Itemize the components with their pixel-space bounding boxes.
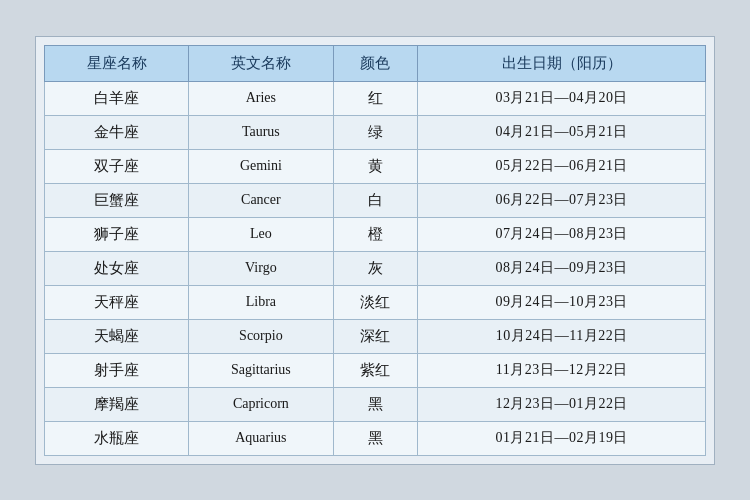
table-row: 摩羯座Capricorn黑12月23日—01月22日 <box>45 387 706 421</box>
table-row: 天秤座Libra淡红09月24日—10月23日 <box>45 285 706 319</box>
table-row: 狮子座Leo橙07月24日—08月23日 <box>45 217 706 251</box>
table-header-row: 星座名称 英文名称 颜色 出生日期（阳历） <box>45 45 706 81</box>
table-row: 巨蟹座Cancer白06月22日—07月23日 <box>45 183 706 217</box>
cell-color: 绿 <box>333 115 418 149</box>
header-color: 颜色 <box>333 45 418 81</box>
cell-english-name: Sagittarius <box>189 353 333 387</box>
table-row: 金牛座Taurus绿04月21日—05月21日 <box>45 115 706 149</box>
zodiac-table-container: 星座名称 英文名称 颜色 出生日期（阳历） 白羊座Aries红03月21日—04… <box>35 36 715 465</box>
cell-date: 04月21日—05月21日 <box>418 115 706 149</box>
cell-english-name: Taurus <box>189 115 333 149</box>
cell-color: 橙 <box>333 217 418 251</box>
header-chinese-name: 星座名称 <box>45 45 189 81</box>
cell-chinese-name: 天蝎座 <box>45 319 189 353</box>
cell-english-name: Leo <box>189 217 333 251</box>
cell-chinese-name: 处女座 <box>45 251 189 285</box>
cell-date: 05月22日—06月21日 <box>418 149 706 183</box>
cell-chinese-name: 巨蟹座 <box>45 183 189 217</box>
cell-chinese-name: 射手座 <box>45 353 189 387</box>
cell-chinese-name: 白羊座 <box>45 81 189 115</box>
cell-english-name: Libra <box>189 285 333 319</box>
cell-color: 黑 <box>333 387 418 421</box>
cell-date: 11月23日—12月22日 <box>418 353 706 387</box>
cell-english-name: Virgo <box>189 251 333 285</box>
header-english-name: 英文名称 <box>189 45 333 81</box>
zodiac-table: 星座名称 英文名称 颜色 出生日期（阳历） 白羊座Aries红03月21日—04… <box>44 45 706 456</box>
cell-color: 红 <box>333 81 418 115</box>
table-row: 白羊座Aries红03月21日—04月20日 <box>45 81 706 115</box>
cell-color: 黑 <box>333 421 418 455</box>
cell-color: 紫红 <box>333 353 418 387</box>
cell-date: 12月23日—01月22日 <box>418 387 706 421</box>
table-row: 天蝎座Scorpio深红10月24日—11月22日 <box>45 319 706 353</box>
cell-color: 灰 <box>333 251 418 285</box>
cell-color: 深红 <box>333 319 418 353</box>
table-row: 处女座Virgo灰08月24日—09月23日 <box>45 251 706 285</box>
cell-chinese-name: 狮子座 <box>45 217 189 251</box>
cell-chinese-name: 摩羯座 <box>45 387 189 421</box>
cell-chinese-name: 水瓶座 <box>45 421 189 455</box>
cell-chinese-name: 双子座 <box>45 149 189 183</box>
table-row: 射手座Sagittarius紫红11月23日—12月22日 <box>45 353 706 387</box>
cell-date: 09月24日—10月23日 <box>418 285 706 319</box>
table-row: 水瓶座Aquarius黑01月21日—02月19日 <box>45 421 706 455</box>
cell-color: 黄 <box>333 149 418 183</box>
cell-date: 06月22日—07月23日 <box>418 183 706 217</box>
cell-date: 03月21日—04月20日 <box>418 81 706 115</box>
cell-color: 白 <box>333 183 418 217</box>
cell-date: 10月24日—11月22日 <box>418 319 706 353</box>
cell-chinese-name: 天秤座 <box>45 285 189 319</box>
header-date: 出生日期（阳历） <box>418 45 706 81</box>
cell-english-name: Cancer <box>189 183 333 217</box>
cell-english-name: Scorpio <box>189 319 333 353</box>
cell-date: 08月24日—09月23日 <box>418 251 706 285</box>
cell-date: 07月24日—08月23日 <box>418 217 706 251</box>
cell-english-name: Gemini <box>189 149 333 183</box>
cell-chinese-name: 金牛座 <box>45 115 189 149</box>
cell-english-name: Aries <box>189 81 333 115</box>
cell-english-name: Aquarius <box>189 421 333 455</box>
table-body: 白羊座Aries红03月21日—04月20日金牛座Taurus绿04月21日—0… <box>45 81 706 455</box>
cell-color: 淡红 <box>333 285 418 319</box>
cell-english-name: Capricorn <box>189 387 333 421</box>
cell-date: 01月21日—02月19日 <box>418 421 706 455</box>
table-row: 双子座Gemini黄05月22日—06月21日 <box>45 149 706 183</box>
